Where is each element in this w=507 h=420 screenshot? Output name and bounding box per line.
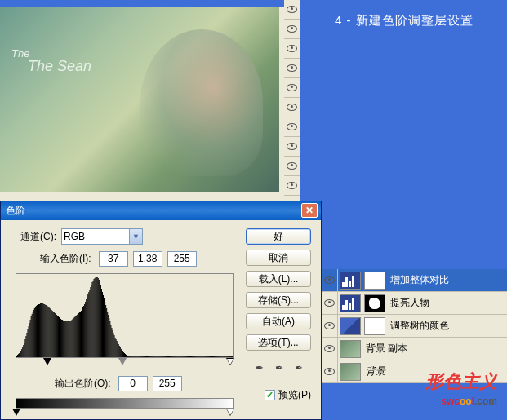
- eye-toggle[interactable]: [322, 360, 338, 383]
- svg-rect-209: [193, 356, 194, 357]
- layer-thumb: [340, 363, 361, 381]
- adjustment-thumb: [340, 272, 361, 290]
- svg-rect-242: [221, 356, 222, 357]
- eye-toggle[interactable]: [284, 59, 300, 78]
- input-highlight-field[interactable]: 255: [167, 251, 197, 267]
- svg-rect-102: [103, 295, 104, 357]
- load-button[interactable]: 载入(L)...: [246, 271, 311, 287]
- svg-rect-107: [107, 312, 108, 357]
- svg-rect-98: [100, 282, 100, 357]
- eye-toggle[interactable]: [322, 338, 338, 360]
- channel-select[interactable]: RGB ▼: [61, 228, 143, 245]
- output-hi-slider[interactable]: [226, 409, 234, 416]
- eye-toggle[interactable]: [322, 269, 338, 292]
- svg-rect-231: [212, 356, 213, 357]
- tutorial-annotation: 4 - 新建色阶调整层设置: [335, 13, 474, 29]
- input-slider-track[interactable]: [16, 358, 234, 368]
- svg-rect-173: [163, 356, 164, 357]
- svg-rect-6: [21, 349, 22, 357]
- svg-rect-179: [168, 356, 169, 357]
- highlight-slider[interactable]: [226, 358, 234, 365]
- svg-rect-24: [37, 305, 38, 357]
- output-lo-field[interactable]: 0: [118, 376, 148, 391]
- input-shadow-field[interactable]: 37: [99, 251, 128, 267]
- layer-row[interactable]: 提亮人物: [322, 292, 507, 315]
- layer-row[interactable]: 增加整体对比: [322, 269, 507, 292]
- output-hi-field[interactable]: 255: [153, 376, 182, 391]
- svg-rect-79: [83, 306, 84, 357]
- svg-rect-212: [196, 356, 197, 357]
- svg-rect-195: [182, 356, 183, 357]
- svg-rect-28: [40, 303, 41, 357]
- output-slider-track[interactable]: [16, 409, 234, 418]
- close-button[interactable]: ✕: [301, 203, 318, 218]
- eye-toggle[interactable]: [284, 0, 300, 20]
- svg-rect-44: [54, 312, 55, 357]
- layer-row[interactable]: 背景 副本: [322, 338, 507, 360]
- eye-toggle[interactable]: [284, 117, 300, 137]
- mask-thumb: [364, 272, 385, 290]
- svg-rect-194: [181, 356, 182, 357]
- preview-checkbox[interactable]: ✓: [265, 390, 275, 400]
- svg-rect-34: [45, 305, 46, 357]
- input-mid-field[interactable]: 1.38: [133, 251, 162, 267]
- svg-rect-208: [193, 356, 193, 357]
- dialog-titlebar[interactable]: 色阶 ✕: [1, 201, 321, 220]
- svg-rect-251: [229, 356, 230, 357]
- eye-icon: [287, 182, 297, 189]
- svg-rect-1: [17, 355, 18, 357]
- gray-point-dropper-icon[interactable]: ✒: [275, 362, 288, 375]
- svg-rect-51: [60, 318, 60, 357]
- svg-rect-66: [73, 319, 73, 357]
- svg-rect-35: [46, 305, 47, 357]
- black-point-dropper-icon[interactable]: ✒: [256, 362, 269, 375]
- output-lo-slider[interactable]: [12, 409, 20, 416]
- eye-toggle[interactable]: [322, 292, 338, 315]
- cancel-button[interactable]: 取消: [246, 250, 311, 266]
- shadow-slider[interactable]: [43, 358, 51, 365]
- eye-toggle[interactable]: [322, 315, 338, 338]
- svg-rect-130: [127, 356, 127, 357]
- svg-rect-224: [207, 356, 207, 357]
- svg-rect-116: [115, 338, 116, 357]
- svg-rect-48: [57, 316, 58, 357]
- layer-name: 调整树的颜色: [390, 319, 449, 333]
- svg-rect-217: [200, 356, 201, 357]
- svg-rect-128: [125, 354, 126, 357]
- svg-rect-144: [139, 356, 140, 357]
- auto-button[interactable]: 自动(A): [246, 313, 311, 329]
- svg-rect-163: [154, 356, 155, 357]
- eye-toggle[interactable]: [284, 78, 300, 98]
- eye-toggle[interactable]: [284, 20, 300, 39]
- ok-button[interactable]: 好: [246, 228, 311, 245]
- options-button[interactable]: 选项(T)...: [246, 334, 311, 351]
- svg-rect-88: [91, 285, 91, 357]
- svg-rect-157: [149, 356, 150, 357]
- midtone-slider[interactable]: [118, 358, 127, 365]
- svg-rect-123: [121, 349, 122, 357]
- layers-panel: 增加整体对比 提亮人物 调整树的颜色 背景 副本 背景: [322, 269, 507, 383]
- layer-name: 背景 副本: [366, 342, 407, 356]
- adjustment-thumb: [340, 317, 361, 335]
- svg-rect-105: [105, 305, 106, 357]
- svg-rect-76: [81, 311, 82, 357]
- svg-rect-169: [160, 356, 161, 357]
- layer-row[interactable]: 调整树的颜色: [322, 315, 507, 338]
- svg-rect-126: [123, 352, 124, 357]
- svg-rect-3: [19, 353, 20, 357]
- eye-toggle[interactable]: [284, 137, 300, 157]
- svg-rect-29: [41, 303, 42, 357]
- svg-rect-188: [176, 356, 176, 357]
- save-button[interactable]: 存储(S)...: [246, 292, 311, 308]
- svg-rect-45: [55, 313, 56, 357]
- eye-toggle[interactable]: [284, 176, 300, 196]
- svg-rect-228: [210, 356, 211, 357]
- svg-rect-101: [102, 292, 103, 357]
- svg-rect-229: [211, 356, 211, 357]
- svg-rect-211: [195, 356, 196, 357]
- eye-toggle[interactable]: [284, 157, 300, 176]
- layer-name: 增加整体对比: [390, 273, 449, 287]
- eye-toggle[interactable]: [284, 98, 300, 117]
- white-point-dropper-icon[interactable]: ✒: [295, 362, 308, 375]
- eye-toggle[interactable]: [284, 39, 300, 59]
